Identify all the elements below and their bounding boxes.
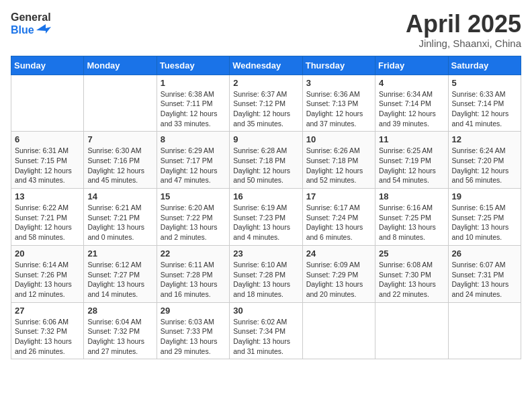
day-number: 9 — [233, 134, 298, 144]
day-info: Sunrise: 6:19 AM Sunset: 7:23 PM Dayligh… — [233, 203, 298, 242]
day-number: 30 — [233, 306, 298, 316]
day-number: 23 — [233, 248, 298, 259]
day-number: 22 — [161, 248, 226, 259]
calendar-week-1: 1Sunrise: 6:38 AM Sunset: 7:11 PM Daylig… — [11, 75, 521, 132]
day-number: 19 — [452, 191, 517, 201]
calendar-cell: 6Sunrise: 6:31 AM Sunset: 7:15 PM Daylig… — [11, 132, 84, 189]
day-info: Sunrise: 6:36 AM Sunset: 7:13 PM Dayligh… — [306, 89, 371, 129]
calendar-week-3: 13Sunrise: 6:22 AM Sunset: 7:21 PM Dayli… — [11, 189, 521, 246]
day-number: 17 — [306, 191, 371, 201]
day-info: Sunrise: 6:24 AM Sunset: 7:20 PM Dayligh… — [452, 146, 517, 185]
calendar-cell: 18Sunrise: 6:16 AM Sunset: 7:25 PM Dayli… — [375, 189, 448, 246]
day-number: 11 — [379, 134, 444, 144]
day-info: Sunrise: 6:34 AM Sunset: 7:14 PM Dayligh… — [379, 89, 444, 129]
logo-blue: Blue — [11, 24, 51, 36]
day-info: Sunrise: 6:21 AM Sunset: 7:21 PM Dayligh… — [87, 203, 152, 242]
calendar-cell — [448, 302, 521, 359]
calendar-week-5: 27Sunrise: 6:06 AM Sunset: 7:32 PM Dayli… — [11, 302, 521, 359]
calendar-header-row: SundayMondayTuesdayWednesdayThursdayFrid… — [11, 56, 521, 75]
day-header-saturday: Saturday — [448, 56, 521, 75]
day-number: 12 — [452, 134, 517, 144]
calendar-cell: 16Sunrise: 6:19 AM Sunset: 7:23 PM Dayli… — [230, 189, 302, 246]
day-number: 8 — [161, 134, 226, 144]
day-info: Sunrise: 6:12 AM Sunset: 7:27 PM Dayligh… — [87, 260, 152, 300]
day-info: Sunrise: 6:02 AM Sunset: 7:34 PM Dayligh… — [233, 317, 298, 357]
calendar-table: SundayMondayTuesdayWednesdayThursdayFrid… — [11, 56, 521, 360]
day-number: 29 — [161, 306, 226, 316]
header: General Blue April 2025 Jinling, Shaanxi… — [11, 11, 521, 49]
title-block: April 2025 Jinling, Shaanxi, China — [406, 11, 521, 49]
calendar-week-2: 6Sunrise: 6:31 AM Sunset: 7:15 PM Daylig… — [11, 132, 521, 189]
location: Jinling, Shaanxi, China — [406, 38, 521, 49]
day-info: Sunrise: 6:25 AM Sunset: 7:19 PM Dayligh… — [379, 146, 444, 185]
day-info: Sunrise: 6:16 AM Sunset: 7:25 PM Dayligh… — [379, 203, 444, 242]
day-info: Sunrise: 6:17 AM Sunset: 7:24 PM Dayligh… — [306, 203, 371, 242]
day-number: 26 — [452, 248, 517, 259]
calendar-cell: 12Sunrise: 6:24 AM Sunset: 7:20 PM Dayli… — [448, 132, 521, 189]
day-info: Sunrise: 6:14 AM Sunset: 7:26 PM Dayligh… — [15, 260, 80, 300]
day-info: Sunrise: 6:03 AM Sunset: 7:33 PM Dayligh… — [161, 317, 226, 357]
day-number: 25 — [379, 248, 444, 259]
calendar-cell: 17Sunrise: 6:17 AM Sunset: 7:24 PM Dayli… — [302, 189, 375, 246]
day-info: Sunrise: 6:15 AM Sunset: 7:25 PM Dayligh… — [452, 203, 517, 242]
calendar-cell: 23Sunrise: 6:10 AM Sunset: 7:28 PM Dayli… — [230, 245, 302, 302]
calendar-cell: 4Sunrise: 6:34 AM Sunset: 7:14 PM Daylig… — [375, 75, 448, 132]
day-header-thursday: Thursday — [302, 56, 375, 75]
calendar-cell: 5Sunrise: 6:33 AM Sunset: 7:14 PM Daylig… — [448, 75, 521, 132]
calendar-cell: 14Sunrise: 6:21 AM Sunset: 7:21 PM Dayli… — [84, 189, 157, 246]
day-number: 20 — [15, 248, 80, 259]
calendar-cell: 29Sunrise: 6:03 AM Sunset: 7:33 PM Dayli… — [157, 302, 229, 359]
calendar-cell: 24Sunrise: 6:09 AM Sunset: 7:29 PM Dayli… — [302, 245, 375, 302]
day-info: Sunrise: 6:31 AM Sunset: 7:15 PM Dayligh… — [15, 146, 80, 185]
logo: General Blue — [11, 11, 51, 36]
calendar-cell: 19Sunrise: 6:15 AM Sunset: 7:25 PM Dayli… — [448, 189, 521, 246]
day-info: Sunrise: 6:09 AM Sunset: 7:29 PM Dayligh… — [306, 260, 371, 300]
day-info: Sunrise: 6:33 AM Sunset: 7:14 PM Dayligh… — [452, 89, 517, 129]
logo-bird-icon — [36, 24, 51, 36]
day-number: 27 — [15, 306, 80, 316]
day-number: 10 — [306, 134, 371, 144]
day-header-wednesday: Wednesday — [230, 56, 302, 75]
day-info: Sunrise: 6:04 AM Sunset: 7:32 PM Dayligh… — [87, 317, 152, 357]
day-number: 4 — [379, 78, 444, 88]
calendar-cell: 22Sunrise: 6:11 AM Sunset: 7:28 PM Dayli… — [157, 245, 229, 302]
calendar-cell: 26Sunrise: 6:07 AM Sunset: 7:31 PM Dayli… — [448, 245, 521, 302]
calendar-cell: 3Sunrise: 6:36 AM Sunset: 7:13 PM Daylig… — [302, 75, 375, 132]
calendar-cell: 10Sunrise: 6:26 AM Sunset: 7:18 PM Dayli… — [302, 132, 375, 189]
day-info: Sunrise: 6:30 AM Sunset: 7:16 PM Dayligh… — [87, 146, 152, 185]
day-number: 6 — [15, 134, 80, 144]
calendar-cell: 9Sunrise: 6:28 AM Sunset: 7:18 PM Daylig… — [230, 132, 302, 189]
calendar-cell — [375, 302, 448, 359]
svg-marker-0 — [36, 24, 51, 34]
calendar-week-4: 20Sunrise: 6:14 AM Sunset: 7:26 PM Dayli… — [11, 245, 521, 302]
day-info: Sunrise: 6:38 AM Sunset: 7:11 PM Dayligh… — [161, 89, 226, 129]
day-number: 3 — [306, 78, 371, 88]
day-number: 28 — [87, 306, 152, 316]
calendar-cell: 28Sunrise: 6:04 AM Sunset: 7:32 PM Dayli… — [84, 302, 157, 359]
calendar-cell: 7Sunrise: 6:30 AM Sunset: 7:16 PM Daylig… — [84, 132, 157, 189]
calendar-cell — [11, 75, 84, 132]
day-info: Sunrise: 6:10 AM Sunset: 7:28 PM Dayligh… — [233, 260, 298, 300]
month-title: April 2025 — [406, 11, 521, 38]
day-header-tuesday: Tuesday — [157, 56, 229, 75]
day-header-friday: Friday — [375, 56, 448, 75]
calendar-cell — [302, 302, 375, 359]
day-number: 1 — [161, 78, 226, 88]
calendar-cell: 8Sunrise: 6:29 AM Sunset: 7:17 PM Daylig… — [157, 132, 229, 189]
day-number: 13 — [15, 191, 80, 201]
day-info: Sunrise: 6:28 AM Sunset: 7:18 PM Dayligh… — [233, 146, 298, 185]
day-number: 15 — [161, 191, 226, 201]
day-info: Sunrise: 6:20 AM Sunset: 7:22 PM Dayligh… — [161, 203, 226, 242]
calendar-cell: 15Sunrise: 6:20 AM Sunset: 7:22 PM Dayli… — [157, 189, 229, 246]
calendar-cell: 25Sunrise: 6:08 AM Sunset: 7:30 PM Dayli… — [375, 245, 448, 302]
day-info: Sunrise: 6:37 AM Sunset: 7:12 PM Dayligh… — [233, 89, 298, 129]
calendar-cell: 1Sunrise: 6:38 AM Sunset: 7:11 PM Daylig… — [157, 75, 229, 132]
day-info: Sunrise: 6:22 AM Sunset: 7:21 PM Dayligh… — [15, 203, 80, 242]
day-number: 24 — [306, 248, 371, 259]
day-info: Sunrise: 6:11 AM Sunset: 7:28 PM Dayligh… — [161, 260, 226, 300]
day-header-monday: Monday — [84, 56, 157, 75]
calendar-cell: 20Sunrise: 6:14 AM Sunset: 7:26 PM Dayli… — [11, 245, 84, 302]
logo-general: General — [11, 11, 51, 24]
day-info: Sunrise: 6:06 AM Sunset: 7:32 PM Dayligh… — [15, 317, 80, 357]
calendar-cell: 13Sunrise: 6:22 AM Sunset: 7:21 PM Dayli… — [11, 189, 84, 246]
